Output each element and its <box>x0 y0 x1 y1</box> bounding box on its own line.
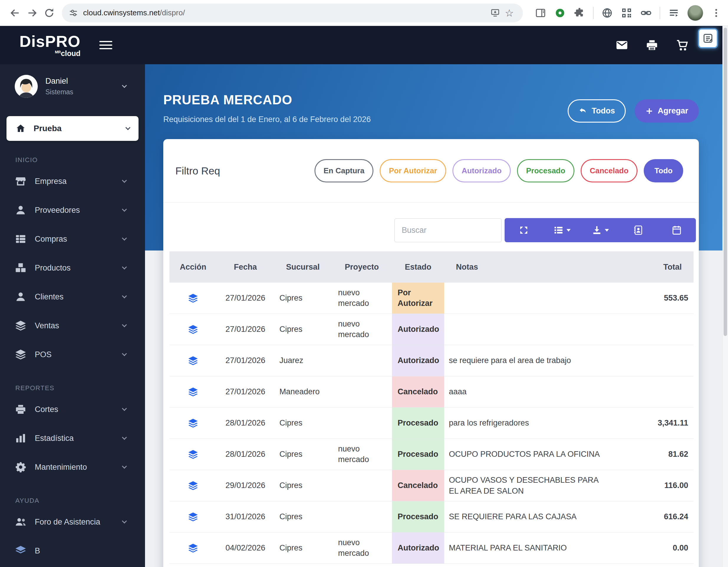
address-bar[interactable]: cloud.cwinsystems.net/dispro/ ☆ <box>62 4 523 22</box>
print-icon[interactable] <box>645 39 658 52</box>
row-total: 0.00 <box>619 533 694 563</box>
filter-todo[interactable]: Todo <box>644 159 683 182</box>
page-scrollbar[interactable] <box>722 26 728 567</box>
requisition-action-button[interactable] <box>188 324 198 335</box>
scrollbar-thumb[interactable] <box>724 28 727 336</box>
chevron-down-icon <box>605 229 609 232</box>
row-estado-badge: Cancelado <box>392 470 444 501</box>
layers-icon <box>188 418 198 428</box>
section-label-reportes: REPORTES <box>0 384 145 392</box>
row-total: 3,341.11 <box>619 408 694 439</box>
user-menu[interactable]: Daniel Sistemas <box>0 64 145 98</box>
calendar-icon[interactable] <box>658 218 696 242</box>
column-visibility-icon[interactable] <box>543 218 581 242</box>
mail-icon[interactable] <box>615 39 628 52</box>
requisition-action-button[interactable] <box>188 480 198 491</box>
layers-icon <box>15 349 27 360</box>
extensions-puzzle-icon[interactable] <box>574 7 585 19</box>
dispro-logo[interactable]: DisPRO MRcloud <box>19 33 80 57</box>
forward-button[interactable] <box>24 4 41 22</box>
row-estado-badge: Por Autorizar <box>392 283 444 314</box>
link-extension-icon[interactable] <box>640 7 652 19</box>
table-row: 04/02/2026 Cipres nuevo mercado Autoriza… <box>169 533 694 564</box>
requisition-action-button[interactable] <box>188 543 198 553</box>
back-button[interactable] <box>6 4 24 22</box>
header-fecha[interactable]: Fecha <box>217 251 274 283</box>
sidebar-item-partial[interactable]: B <box>0 536 145 565</box>
search-input[interactable] <box>394 218 502 242</box>
browser-profile-avatar[interactable] <box>687 5 703 21</box>
agregar-button[interactable]: Agregar <box>635 99 699 123</box>
header-estado[interactable]: Estado <box>392 251 444 283</box>
address-book-icon[interactable] <box>619 218 658 242</box>
sidebar-item-cortes[interactable]: Cortes <box>0 395 145 424</box>
green-extension-icon[interactable] <box>554 7 566 19</box>
layers-icon <box>15 545 27 557</box>
layers-icon <box>15 320 27 332</box>
filter-procesado[interactable]: Procesado <box>517 159 574 182</box>
header-sucursal[interactable]: Sucursal <box>274 251 332 283</box>
filter-cancelado[interactable]: Cancelado <box>581 159 638 182</box>
row-sucursal: Cipres <box>274 408 332 439</box>
sidebar-item-compras[interactable]: Compras <box>0 225 145 253</box>
header-notas[interactable]: Notas <box>444 251 619 283</box>
header-accion[interactable]: Acción <box>169 251 217 283</box>
sidebar-item-estadistica[interactable]: Estadística <box>0 424 145 453</box>
bookmark-star-icon[interactable]: ☆ <box>502 6 516 20</box>
chevron-down-icon <box>122 265 127 270</box>
qr-extension-icon[interactable] <box>621 7 633 19</box>
media-list-icon[interactable] <box>668 7 680 19</box>
requisition-action-button[interactable] <box>188 449 198 460</box>
toolbar-separator <box>660 7 660 19</box>
hamburger-menu-icon[interactable] <box>99 39 112 52</box>
sidebar-item-empresa[interactable]: Empresa <box>0 167 145 196</box>
row-fecha: 28/01/2026 <box>217 408 274 439</box>
expand-arrows-icon[interactable] <box>505 218 543 242</box>
table-row: 27/01/2026 Cipres nuevo mercado Autoriza… <box>169 314 694 345</box>
sidebar-item-prueba[interactable]: Prueba <box>6 116 139 141</box>
url-text: cloud.cwinsystems.net/dispro/ <box>83 8 488 17</box>
requisition-action-button[interactable] <box>188 293 198 304</box>
sidebar-item-ventas[interactable]: Ventas <box>0 311 145 340</box>
requisition-action-button[interactable] <box>188 387 198 397</box>
chevron-down-icon <box>122 83 127 88</box>
table-row: 27/01/2026 Juarez Autorizado se requiere… <box>169 345 694 376</box>
row-fecha: 27/01/2026 <box>217 314 274 345</box>
requisition-action-button[interactable] <box>188 512 198 522</box>
cart-icon[interactable] <box>676 38 689 52</box>
requisition-action-button[interactable] <box>188 418 198 428</box>
sidebar-item-clientes[interactable]: Clientes <box>0 282 145 311</box>
site-settings-icon[interactable] <box>68 8 78 18</box>
requisition-action-button[interactable] <box>188 355 198 366</box>
sidebar-item-foro-de-asistencia[interactable]: Foro de Asistencia <box>0 507 145 536</box>
table-row: 27/01/2026 Cipres nuevo mercado Por Auto… <box>169 283 694 314</box>
download-export-icon[interactable] <box>581 218 620 242</box>
row-sucursal: Cipres <box>274 470 332 501</box>
user-icon <box>15 291 27 303</box>
browser-menu-kebab-icon[interactable] <box>711 8 722 18</box>
toolbar-separator <box>593 7 594 19</box>
header-proyecto[interactable]: Proyecto <box>332 251 392 283</box>
sidebar-item-proveedores[interactable]: Proveedores <box>0 196 145 225</box>
row-estado-badge: Autorizado <box>392 345 444 376</box>
todos-button[interactable]: Todos <box>568 99 626 123</box>
sidebar-item-mantenimiento[interactable]: Mantenimiento <box>0 453 145 482</box>
reload-button[interactable] <box>41 4 58 22</box>
header-total[interactable]: Total <box>619 251 694 283</box>
install-app-icon[interactable] <box>488 6 502 20</box>
pinned-extension-button[interactable] <box>698 28 718 48</box>
row-notas <box>444 314 619 345</box>
translate-extension-icon[interactable] <box>601 7 613 19</box>
filter-en-captura[interactable]: En Captura <box>314 159 374 182</box>
chevron-down-icon <box>122 406 127 411</box>
side-panel-icon[interactable] <box>535 7 546 19</box>
sidebar-item-pos[interactable]: POS <box>0 340 145 369</box>
sidebar-item-productos[interactable]: Productos <box>0 253 145 282</box>
row-proyecto: nuevo mercado <box>332 533 392 563</box>
row-fecha: 27/01/2026 <box>217 283 274 314</box>
print-icon <box>15 403 27 415</box>
filter-por-autorizar[interactable]: Por Autorizar <box>380 159 446 182</box>
filter-autorizado[interactable]: Autorizado <box>452 159 511 182</box>
sidebar: Daniel Sistemas Prueba INICIO Empresa Pr… <box>0 64 145 567</box>
home-icon <box>15 123 26 134</box>
